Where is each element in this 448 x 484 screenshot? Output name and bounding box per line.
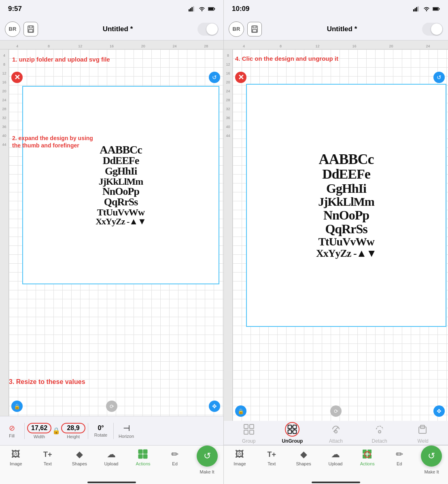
- left-refresh-button[interactable]: ↺: [209, 72, 220, 83]
- group-tool-detach[interactable]: Detach: [367, 422, 392, 444]
- lock-aspect-icon: 🔒: [52, 427, 60, 435]
- right-design-content: AABBCc DdEEFe GgHhIi JjKkLlMm NnOoPp QqR…: [247, 85, 446, 326]
- right-row-4: JjKkLlMm: [318, 196, 374, 208]
- detach-label: Detach: [372, 438, 387, 444]
- right-nav-toggle[interactable]: [422, 23, 443, 36]
- right-refresh-button[interactable]: ↺: [433, 72, 445, 83]
- left-nav-toggle[interactable]: [197, 23, 219, 36]
- svg-rect-3: [193, 6, 194, 12]
- svg-rect-21: [433, 8, 438, 10]
- ruler-mark-24: 24: [159, 44, 191, 48]
- tab-image-left[interactable]: 🖼 Image: [6, 449, 26, 466]
- right-save-button[interactable]: [247, 22, 262, 36]
- right-status-time: 10:09: [232, 5, 249, 13]
- svg-point-4: [202, 10, 203, 11]
- ruler-mark-12: 12: [64, 44, 96, 48]
- left-ruler-top: 4 8 12 16 20 24 28: [0, 41, 223, 49]
- rotate-value[interactable]: 0°: [98, 424, 104, 432]
- tab-text-right[interactable]: T+ Text: [261, 449, 282, 466]
- shapes-icon-right: ◆: [298, 449, 309, 460]
- width-group[interactable]: 17,62 Width: [27, 423, 51, 439]
- group-tool-ungroup[interactable]: UnGroup: [280, 422, 304, 444]
- actions-label-left: Actions: [136, 461, 150, 466]
- right-home-indicator: [224, 481, 448, 484]
- right-ruler-marks: 4 8 12 16 20 24: [225, 44, 446, 48]
- tab-actions-left[interactable]: Actions: [133, 449, 153, 466]
- detach-icon: [372, 422, 387, 437]
- upload-label-right: Upload: [329, 461, 343, 466]
- right-canvas: 8 12 16 20 24 28 32 36 40 44 4. Clic on …: [224, 49, 448, 421]
- tab-edit-right[interactable]: ✏ Ed: [389, 449, 410, 466]
- left-lock-button[interactable]: 🔒: [11, 401, 23, 412]
- rotate-group[interactable]: 0° Rotate: [91, 424, 111, 437]
- make-it-button-right[interactable]: ↺: [421, 446, 442, 467]
- right-row-8: XxYyZz -▲▼: [316, 248, 376, 259]
- svg-rect-13: [138, 454, 142, 458]
- height-value[interactable]: 28,9: [61, 423, 85, 433]
- group-icon: [242, 422, 256, 437]
- ruler-mark-8: 8: [33, 44, 65, 48]
- horizon-label: Horizon: [119, 434, 134, 439]
- tab-edit-left[interactable]: ✏ Ed: [165, 449, 185, 466]
- svg-rect-2: [191, 7, 193, 12]
- tab-actions-right[interactable]: Actions: [357, 449, 378, 466]
- svg-rect-0: [189, 9, 190, 11]
- tab-shapes-left[interactable]: ◆ Shapes: [69, 449, 89, 466]
- svg-rect-29: [250, 430, 254, 434]
- tab-makeit-left[interactable]: ↺ Make It: [197, 449, 218, 474]
- right-rotate-handle[interactable]: ⟳: [330, 405, 342, 417]
- attach-label: Attach: [329, 438, 343, 444]
- right-ruler-top: 4 8 12 16 20 24: [224, 41, 448, 49]
- make-it-button-left[interactable]: ↺: [197, 446, 218, 467]
- ungroup-icon: [285, 422, 299, 437]
- group-tool-weld[interactable]: Weld: [411, 422, 435, 444]
- right-row-1: AABBCc: [319, 152, 374, 166]
- left-br-button[interactable]: BR: [5, 21, 20, 37]
- group-tool-attach[interactable]: Attach: [324, 422, 348, 444]
- shapes-icon-left: ◆: [74, 449, 85, 460]
- row-7: TtUuVvWw: [97, 207, 144, 217]
- right-status-bar: 10:09: [224, 0, 448, 18]
- tab-text-left[interactable]: T+ Text: [38, 449, 58, 466]
- signal-icon: [189, 6, 196, 12]
- left-ruler-marks: 4 8 12 16 20 24 28: [2, 44, 222, 48]
- text-label-left: Text: [44, 461, 52, 466]
- left-phone-panel: 9:57 BR: [0, 0, 224, 484]
- svg-rect-27: [250, 424, 254, 429]
- right-design-box[interactable]: AABBCc DdEEFe GgHhIi JjKkLlMm NnOoPp QqR…: [246, 84, 446, 327]
- right-lock-button[interactable]: 🔒: [235, 405, 246, 417]
- width-value[interactable]: 17,62: [27, 423, 51, 433]
- horizon-group[interactable]: ⊣ Horizon: [116, 423, 136, 439]
- upload-icon-right: ☁: [330, 449, 341, 460]
- ruler-mark-20: 20: [127, 44, 159, 48]
- svg-point-19: [426, 10, 427, 11]
- svg-rect-26: [244, 424, 248, 429]
- left-save-button[interactable]: [23, 22, 38, 36]
- left-delete-button[interactable]: ✕: [11, 72, 23, 83]
- left-design-box[interactable]: AABBCc DdEEFe GgHhIi JjKkLlMm NnOoPp QqR…: [22, 86, 219, 284]
- prop-sep-2: [88, 423, 88, 439]
- left-nav-bar: BR Untitled *: [0, 18, 223, 41]
- edit-icon-right: ✏: [394, 449, 405, 460]
- right-nav-title: Untitled *: [265, 25, 419, 33]
- right-tab-bar: 🖼 Image T+ Text ◆ Shapes ☁ Upload: [224, 445, 448, 481]
- right-row-3: GgHhIi: [326, 182, 366, 195]
- edit-icon-left: ✏: [169, 449, 180, 460]
- svg-rect-17: [416, 7, 417, 12]
- right-br-button[interactable]: BR: [229, 21, 244, 37]
- tab-upload-left[interactable]: ☁ Upload: [101, 449, 121, 466]
- group-tool-group[interactable]: Group: [237, 422, 261, 444]
- svg-rect-25: [253, 30, 257, 32]
- tab-shapes-right[interactable]: ◆ Shapes: [293, 449, 314, 466]
- tab-upload-right[interactable]: ☁ Upload: [325, 449, 346, 466]
- left-resize-button[interactable]: ✥: [209, 401, 220, 412]
- right-side-ruler: 8 12 16 20 24 28 32 36 40 44: [224, 49, 233, 421]
- tab-image-right[interactable]: 🖼 Image: [229, 449, 250, 466]
- left-rotate-handle[interactable]: ⟳: [106, 401, 117, 412]
- battery-icon: [208, 6, 215, 12]
- right-resize-button[interactable]: ✥: [433, 405, 445, 417]
- tab-makeit-right[interactable]: ↺ Make It: [421, 449, 442, 474]
- height-group[interactable]: 28,9 Height: [61, 423, 85, 439]
- right-delete-button[interactable]: ✕: [235, 72, 246, 83]
- ruler-mark-4: 4: [2, 44, 33, 48]
